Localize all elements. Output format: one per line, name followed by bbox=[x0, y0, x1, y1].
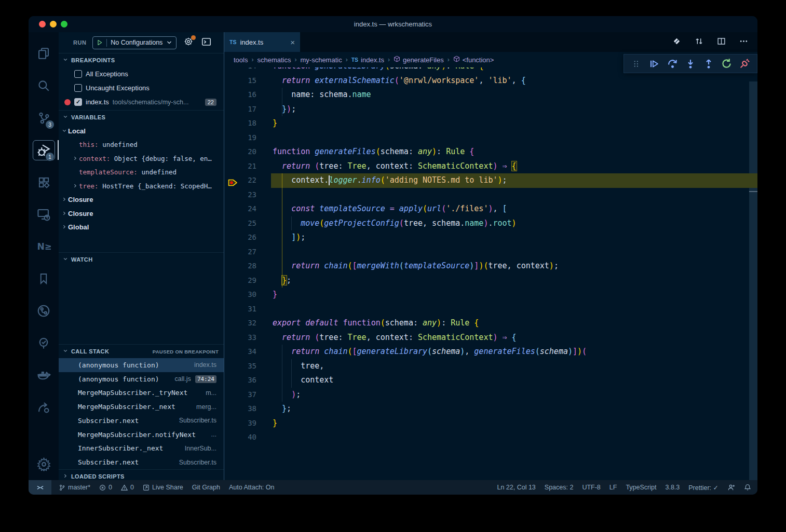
breadcrumb-item[interactable]: <function> bbox=[453, 56, 494, 64]
status-item-auto-attach-on[interactable]: Auto Attach: On bbox=[229, 484, 275, 491]
status-item-utf-8[interactable]: UTF-8 bbox=[582, 484, 600, 491]
activity-bar-item-live-share-session[interactable] bbox=[29, 391, 59, 424]
step-over-button[interactable] bbox=[666, 57, 679, 71]
breadcrumb-item[interactable]: schematics bbox=[257, 56, 291, 64]
activity-bar-item-source-control[interactable]: 3 bbox=[29, 102, 59, 134]
code-line[interactable]: 34 return chain([generateLibrary(schema)… bbox=[224, 345, 757, 359]
code-line[interactable]: 37 ); bbox=[224, 388, 757, 402]
status-item-bell[interactable] bbox=[744, 484, 751, 491]
activity-bar-item-extensions[interactable] bbox=[29, 166, 59, 198]
code-line[interactable]: 24 const templateSource = apply(url('./f… bbox=[224, 202, 757, 216]
continue-button[interactable] bbox=[647, 57, 661, 71]
status-item-0[interactable]: 0 bbox=[99, 484, 112, 491]
chevron-right-icon[interactable] bbox=[62, 196, 68, 203]
code-line[interactable]: 29 }; bbox=[224, 274, 757, 288]
status-item-ln-22-col-13[interactable]: Ln 22, Col 13 bbox=[497, 484, 535, 491]
call-stack-frame[interactable]: InnerSubscriber._nextInnerSub... bbox=[59, 442, 224, 456]
variables-section-header[interactable]: VARIABLES bbox=[59, 110, 224, 124]
code-line[interactable]: 26 ]); bbox=[224, 230, 757, 245]
status-item-master-[interactable]: master* bbox=[59, 484, 90, 491]
code-line[interactable]: 40 bbox=[224, 430, 757, 445]
code-line[interactable]: 30} bbox=[224, 288, 757, 302]
code-line[interactable]: 33 return (tree: Tree, context: Schemati… bbox=[224, 331, 757, 345]
call-stack-frame[interactable]: MergeMapSubscriber._nextmerg... bbox=[59, 400, 224, 414]
code-line[interactable]: 36 context bbox=[224, 373, 757, 388]
step-out-button[interactable] bbox=[702, 57, 715, 71]
status-item-live-share[interactable]: Live Share bbox=[143, 484, 183, 491]
status-item-0[interactable]: 0 bbox=[121, 484, 134, 491]
status-item-3-8-3[interactable]: 3.8.3 bbox=[665, 484, 680, 491]
close-tab-icon[interactable]: × bbox=[290, 38, 295, 47]
breakpoints-section-header[interactable]: BREAKPOINTS bbox=[59, 53, 224, 67]
status-item-prettier-[interactable]: Prettier: ✓ bbox=[688, 484, 719, 492]
code-line[interactable]: 22 context.logger.info('adding NOTES.md … bbox=[224, 173, 757, 188]
code-line[interactable]: 27 bbox=[224, 245, 757, 260]
code-line[interactable]: 21 return (tree: Tree, context: Schemati… bbox=[224, 159, 757, 174]
variable-row[interactable]: templateSource: undefined bbox=[59, 166, 224, 180]
code-line[interactable]: 16 name: schema.name bbox=[224, 88, 757, 102]
tab-index-ts[interactable]: TS index.ts × bbox=[224, 32, 300, 52]
drag-handle-button[interactable] bbox=[629, 57, 643, 71]
breadcrumb-item[interactable]: TSindex.ts bbox=[351, 56, 384, 64]
code-line[interactable]: 15 return externalSchematic('@nrwl/works… bbox=[224, 74, 757, 88]
activity-bar-item-explorer[interactable] bbox=[29, 37, 59, 70]
chevron-right-icon[interactable] bbox=[73, 182, 79, 190]
restart-button[interactable] bbox=[720, 57, 734, 71]
code-line[interactable]: 39} bbox=[224, 416, 757, 431]
code-line[interactable]: 32export default function(schema: any): … bbox=[224, 316, 757, 331]
status-item-typescript[interactable]: TypeScript bbox=[626, 484, 656, 491]
activity-bar-item-git-graph[interactable] bbox=[29, 295, 59, 327]
debug-console-button[interactable] bbox=[201, 37, 211, 49]
start-debug-icon[interactable] bbox=[97, 39, 103, 46]
activity-bar-item-bookmarks[interactable] bbox=[29, 263, 59, 295]
breakpoint-row[interactable]: Uncaught Exceptions bbox=[59, 81, 224, 95]
code-line[interactable]: 25 move(getProjectConfig(tree, schema.na… bbox=[224, 216, 757, 231]
split-editor-icon[interactable] bbox=[717, 37, 726, 48]
loaded-scripts-section-header[interactable]: LOADED SCRIPTS bbox=[59, 469, 224, 483]
variables-scope-row[interactable]: Local bbox=[59, 124, 224, 138]
chevron-right-icon[interactable] bbox=[62, 223, 68, 231]
breakpoint-row[interactable]: All Exceptions bbox=[59, 67, 224, 81]
code-line[interactable]: 23 bbox=[224, 188, 757, 202]
code-line[interactable]: 18} bbox=[224, 116, 757, 131]
activity-bar-item-docker[interactable] bbox=[29, 359, 59, 391]
activity-bar-item-nx-console[interactable]: N≥ bbox=[29, 230, 59, 263]
breadcrumb-item[interactable]: my-schematic bbox=[301, 56, 342, 64]
status-item-lf[interactable]: LF bbox=[609, 484, 617, 491]
status-item-person[interactable] bbox=[727, 484, 735, 492]
variable-row[interactable]: context: Object {debug: false, en… bbox=[59, 152, 224, 166]
call-stack-frame[interactable]: (anonymous function)index.ts bbox=[59, 358, 224, 372]
compare-changes-icon[interactable] bbox=[695, 37, 703, 48]
variable-row[interactable]: this: undefined bbox=[59, 138, 224, 152]
chevron-right-icon[interactable] bbox=[73, 155, 79, 162]
activity-bar-item-settings[interactable] bbox=[29, 448, 59, 480]
open-changes-icon[interactable] bbox=[672, 37, 681, 48]
more-actions-icon[interactable] bbox=[739, 37, 748, 48]
code-line[interactable]: 19 bbox=[224, 131, 757, 145]
debug-settings-button[interactable] bbox=[184, 37, 193, 48]
code-line[interactable]: 31 bbox=[224, 302, 757, 317]
step-into-button[interactable] bbox=[684, 57, 697, 71]
code-line[interactable]: 17 }); bbox=[224, 102, 757, 117]
variable-row[interactable]: tree: HostTree {_backend: ScopedH… bbox=[59, 179, 224, 193]
breadcrumb-item[interactable]: generateFiles bbox=[394, 56, 444, 64]
code-line[interactable]: 38 }; bbox=[224, 402, 757, 416]
status-item-git-graph[interactable]: Git Graph bbox=[192, 484, 220, 491]
breakpoint-checkbox[interactable] bbox=[74, 70, 82, 78]
call-stack-frame[interactable]: Subscriber.nextSubscriber.ts bbox=[59, 414, 224, 428]
chevron-right-icon[interactable] bbox=[62, 210, 68, 217]
code-line[interactable]: 35 tree, bbox=[224, 359, 757, 374]
breadcrumb-item[interactable]: tools bbox=[234, 56, 248, 64]
breakpoint-row[interactable]: ✓index.tstools/schematics/my-sch...22 bbox=[59, 95, 224, 109]
breakpoint-checkbox[interactable]: ✓ bbox=[74, 98, 82, 106]
activity-bar-item-search[interactable] bbox=[29, 70, 59, 102]
chevron-down-icon[interactable] bbox=[62, 127, 68, 135]
code-editor[interactable]: 14function generateLibrary(schema: any):… bbox=[224, 67, 757, 480]
watch-section-header[interactable]: WATCH bbox=[59, 252, 224, 266]
variables-scope-row[interactable]: Closure bbox=[59, 193, 224, 207]
activity-bar-item-test-explorer[interactable] bbox=[29, 327, 59, 359]
activity-bar-item-run-debug[interactable]: 1 bbox=[29, 134, 59, 166]
code-line[interactable]: 28 return chain([mergeWith(templateSourc… bbox=[224, 259, 757, 274]
call-stack-section-header[interactable]: CALL STACK PAUSED ON BREAKPOINT bbox=[59, 344, 224, 358]
remote-indicator[interactable] bbox=[29, 480, 51, 495]
